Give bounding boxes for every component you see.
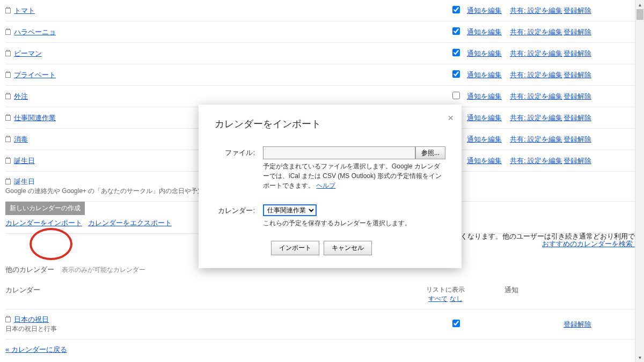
file-input[interactable] bbox=[263, 146, 415, 159]
share-link[interactable]: 共有: 設定を編集 bbox=[510, 28, 562, 36]
header-calendar: カレンダー bbox=[5, 285, 424, 295]
show-checkbox[interactable] bbox=[452, 6, 460, 13]
notify-link[interactable]: 通知を編集 bbox=[467, 157, 502, 165]
share-link[interactable]: 共有: 設定を編集 bbox=[510, 92, 562, 100]
calendar-icon bbox=[5, 137, 11, 142]
close-icon[interactable]: × bbox=[448, 113, 453, 124]
calendar-icon bbox=[5, 29, 11, 35]
header-list: リストに表示 bbox=[426, 286, 465, 293]
calendar-icon bbox=[5, 51, 11, 56]
back-row: « カレンダーに戻る bbox=[5, 339, 639, 360]
table-row: ハラペーニョ通知を編集共有: 設定を編集登録解除 bbox=[5, 21, 639, 43]
create-calendar-button[interactable]: 新しいカレンダーの作成 bbox=[5, 202, 85, 215]
share-link[interactable]: 共有: 設定を編集 bbox=[510, 135, 562, 143]
notify-link[interactable]: 通知を編集 bbox=[467, 135, 502, 143]
show-checkbox[interactable] bbox=[452, 70, 460, 78]
notify-link[interactable]: 通知を編集 bbox=[467, 92, 502, 100]
table-row: 外注通知を編集共有: 設定を編集登録解除 bbox=[5, 86, 639, 107]
calendar-select[interactable]: 仕事関連作業 bbox=[263, 204, 317, 216]
calendar-icon bbox=[5, 8, 11, 13]
unregister-link[interactable]: 登録解除 bbox=[564, 49, 591, 57]
table-row: プライベート通知を編集共有: 設定を編集登録解除 bbox=[5, 64, 639, 86]
other-note: 表示のみが可能なカレンダー bbox=[62, 266, 145, 274]
unregister-link[interactable]: 登録解除 bbox=[564, 28, 591, 36]
calendar-name-link[interactable]: 消毒 bbox=[14, 135, 28, 144]
calendar-icon bbox=[5, 317, 11, 322]
scroll-up-icon[interactable]: ▴ bbox=[635, 0, 644, 9]
unregister-link[interactable]: 登録解除 bbox=[564, 114, 591, 122]
scrollbar[interactable]: ▴ ▾ bbox=[635, 0, 644, 362]
calendar-icon bbox=[5, 158, 11, 164]
unregister-link[interactable]: 登録解除 bbox=[564, 92, 591, 100]
calendar-name-link[interactable]: ピーマン bbox=[14, 49, 42, 58]
unregister-link[interactable]: 登録解除 bbox=[564, 135, 591, 143]
share-link[interactable]: 共有: 設定を編集 bbox=[510, 71, 562, 79]
show-checkbox[interactable] bbox=[452, 92, 460, 99]
import-calendar-link[interactable]: カレンダーをインポート bbox=[5, 219, 82, 227]
share-link[interactable]: 共有: 設定を編集 bbox=[510, 6, 562, 14]
calendar-name-link[interactable]: 仕事関連作業 bbox=[14, 113, 56, 123]
unregister-link[interactable]: 登録解除 bbox=[564, 157, 591, 165]
header-all-link[interactable]: すべて bbox=[428, 295, 448, 302]
table-row: 日本の祝日日本の祝日と行事登録解除 bbox=[5, 309, 639, 339]
calendar-name-link[interactable]: プライベート bbox=[14, 70, 56, 80]
file-label: ファイル: bbox=[215, 146, 263, 190]
calendar-icon bbox=[5, 179, 11, 184]
cancel-button[interactable]: キャンセル bbox=[324, 241, 372, 255]
unregister-link[interactable]: 登録解除 bbox=[564, 320, 591, 328]
birthday-title: 誕生日 bbox=[14, 177, 35, 187]
export-calendar-link[interactable]: カレンダーをエクスポート bbox=[88, 219, 172, 227]
unregister-link[interactable]: 登録解除 bbox=[564, 71, 591, 79]
import-modal: × カレンダーをインポート ファイル: 参照... 予定が含まれているファイルを… bbox=[199, 105, 462, 268]
calendar-name-link[interactable]: 日本の祝日 bbox=[14, 315, 49, 324]
header-none-link[interactable]: なし bbox=[450, 295, 463, 302]
unregister-link[interactable]: 登録解除 bbox=[564, 6, 591, 14]
other-label: 他のカレンダー bbox=[5, 265, 54, 274]
scroll-thumb[interactable] bbox=[636, 9, 643, 20]
table-row: トマト通知を編集共有: 設定を編集登録解除 bbox=[5, 0, 639, 21]
notify-link[interactable]: 通知を編集 bbox=[467, 28, 502, 36]
calendar-icon bbox=[5, 94, 11, 99]
overflow-text: くなります。他のユーザーは引き続き通常どおり利用でき bbox=[460, 232, 642, 241]
calendar-name-link[interactable]: ハラペーニョ bbox=[14, 27, 56, 37]
scroll-down-icon[interactable]: ▾ bbox=[635, 353, 644, 362]
other-header-row: カレンダー リストに表示 すべて なし 通知 bbox=[5, 280, 639, 309]
share-link[interactable]: 共有: 設定を編集 bbox=[510, 157, 562, 165]
modal-title: カレンダーをインポート bbox=[215, 117, 445, 130]
notify-link[interactable]: 通知を編集 bbox=[467, 6, 502, 14]
show-checkbox[interactable] bbox=[452, 49, 460, 56]
import-button[interactable]: インポート bbox=[271, 241, 319, 255]
show-checkbox[interactable] bbox=[452, 320, 460, 327]
share-link[interactable]: 共有: 設定を編集 bbox=[510, 114, 562, 122]
notify-link[interactable]: 通知を編集 bbox=[467, 71, 502, 79]
calendar-name-link[interactable]: トマト bbox=[14, 6, 35, 16]
file-help: 予定が含まれているファイルを選択します。Google カレンダーでは、iCal … bbox=[263, 161, 445, 190]
notify-link[interactable]: 通知を編集 bbox=[467, 114, 502, 122]
calendar-help: これらの予定を保存するカレンダーを選択します。 bbox=[263, 218, 445, 228]
calendar-icon bbox=[5, 115, 11, 121]
header-notify: 通知 bbox=[467, 285, 564, 295]
calendar-desc: 日本の祝日と行事 bbox=[5, 324, 445, 334]
back-link[interactable]: « カレンダーに戻る bbox=[5, 345, 67, 353]
browse-button[interactable]: 参照... bbox=[415, 146, 445, 159]
calendar-label: カレンダー: bbox=[215, 204, 263, 228]
notify-link[interactable]: 通知を編集 bbox=[467, 49, 502, 57]
calendar-icon bbox=[5, 72, 11, 78]
calendar-name-link[interactable]: 誕生日 bbox=[14, 156, 35, 166]
calendar-name-link[interactable]: 外注 bbox=[14, 92, 28, 101]
show-checkbox[interactable] bbox=[452, 27, 460, 35]
help-link[interactable]: ヘルプ bbox=[316, 182, 335, 189]
share-link[interactable]: 共有: 設定を編集 bbox=[510, 49, 562, 57]
table-row: ピーマン通知を編集共有: 設定を編集登録解除 bbox=[5, 43, 639, 64]
